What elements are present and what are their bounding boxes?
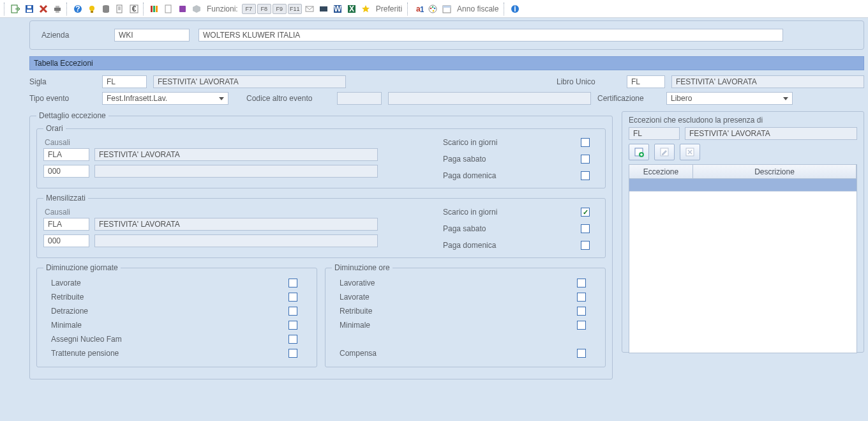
excel-icon[interactable]: X [345,3,358,15]
mens-code-2[interactable]: 000 [43,234,89,247]
mensilizzati-legend: Mensilizzati [43,194,88,203]
dimg-lavorate-check[interactable] [288,279,297,287]
ibm-icon[interactable] [317,3,330,15]
certificazione-label: Certificazione [597,94,660,103]
info-icon[interactable]: i [509,3,521,15]
edit-row-button[interactable] [654,144,675,160]
svg-rect-18 [153,6,155,12]
calendar-icon[interactable] [440,3,453,15]
esclusioni-table[interactable]: Eccezione Descrizione [629,164,857,353]
dimg-retribuite-check[interactable] [288,293,297,302]
add-row-button[interactable] [629,144,649,160]
company-box: Azienda WKI WOLTERS KLUWER ITALIA [29,20,864,50]
f11-key[interactable]: F11 [288,4,302,14]
dimg-trattenute-check[interactable] [288,349,297,358]
delete-icon[interactable] [37,3,50,15]
libro-unico-label: Libro Unico [557,77,620,86]
orari-sabato-check[interactable] [581,155,590,164]
euro-icon[interactable]: € [128,3,140,15]
tipo-evento-row: Tipo evento Fest.Infrasett.Lav. Codice a… [29,92,864,105]
database-icon[interactable] [100,3,112,15]
f8-key[interactable]: F8 [257,4,271,14]
help-icon[interactable]: ? [71,3,84,15]
preferiti-label[interactable]: Preferiti [373,4,405,13]
word-icon[interactable]: W [331,3,344,15]
page-icon[interactable] [162,3,175,15]
certificazione-combo[interactable]: Libero [666,92,793,105]
f9-key[interactable]: F9 [273,4,287,14]
esclusioni-code: FL [629,127,680,140]
tipo-evento-combo[interactable]: Fest.Infrasett.Lav. [102,92,228,105]
dimg-detrazione-check[interactable] [288,307,297,316]
mens-domenica-check[interactable] [581,241,590,250]
dimo-compensa-check[interactable] [577,349,586,358]
save-icon[interactable] [23,3,36,15]
codice-altro-field[interactable] [337,92,382,105]
delete-row-button[interactable] [680,144,700,160]
section-title: Tabella Eccezioni [29,56,864,70]
dimg-assegni-check[interactable] [288,335,297,344]
dimo-lavorate-check[interactable] [577,293,586,302]
esclusioni-title: Eccezioni che escludono la presenza di [629,116,857,125]
svg-rect-3 [27,6,31,8]
dimo-minimale-label: Minimale [332,321,370,330]
f7-key[interactable]: F7 [242,4,256,14]
svg-point-34 [433,10,435,11]
svg-point-33 [434,7,436,9]
orari-domenica-check[interactable] [581,171,590,180]
bulb-icon[interactable] [86,3,98,15]
star-icon[interactable] [359,3,372,15]
col-descrizione: Descrizione [693,165,857,178]
svg-point-31 [430,7,432,9]
esclusioni-desc: FESTIVITA' LAVORATA [685,127,857,140]
mens-desc-2 [94,234,378,247]
mens-code-1[interactable]: FLA [43,218,89,231]
orari-code-1[interactable]: FLA [43,148,89,161]
azienda-label: Azienda [41,31,105,40]
toolbar-separator [143,3,146,15]
svg-rect-17 [151,6,153,12]
azienda-code-field[interactable]: WKI [114,29,190,42]
esclusioni-box: Eccezioni che escludono la presenza di F… [622,111,864,353]
dim-ore-legend: Diminuzione ore [332,263,393,272]
mens-scarico-check[interactable] [581,208,590,217]
funzioni-label: Funzioni: [204,4,241,13]
books-icon[interactable] [148,3,161,15]
svg-text:X: X [349,4,354,13]
font-icon[interactable]: a1 [412,3,425,15]
anno-fiscale-label[interactable]: Anno fiscale [454,4,501,13]
book-icon[interactable] [176,3,189,15]
toolbar-separator [4,3,6,15]
dimo-lavorative-label: Lavorative [332,279,375,287]
svg-rect-4 [54,8,61,11]
libro-unico-field[interactable]: FL [627,75,665,88]
dimg-detrazione-label: Detrazione [43,307,88,316]
dimo-compensa-label: Compensa [332,349,377,358]
orari-scarico-check[interactable] [581,138,590,147]
azienda-name-field[interactable]: WOLTERS KLUWER ITALIA [198,29,783,42]
orari-code-2[interactable]: 000 [43,165,89,178]
dimg-minimale-check[interactable] [288,321,297,330]
table-row[interactable] [629,179,857,192]
dimo-lavorative-check[interactable] [577,279,586,287]
palette-icon[interactable] [426,3,439,15]
sigla-field[interactable]: FL [102,75,147,88]
svg-rect-5 [56,6,59,8]
orari-desc-2 [94,165,378,178]
print-icon[interactable] [51,3,64,15]
sigla-label: Sigla [29,77,96,86]
mail-icon[interactable] [303,3,316,15]
mensilizzati-group: Mensilizzati Causali FLA FESTIVITA' LAVO… [36,194,606,258]
dim-ore-group: Diminuzione ore Lavorative Lavorate Retr… [325,263,606,367]
dim-giornate-group: Diminuzione giornate Lavorate Retribuite… [36,263,317,367]
codice-altro-label: Codice altro evento [246,94,331,103]
dimo-retribuite-check[interactable] [577,307,586,316]
package-icon[interactable] [190,3,203,15]
toolbar-separator [407,3,410,15]
codice-altro-desc-field [388,92,591,105]
document-icon[interactable] [114,3,126,15]
mens-sabato-check[interactable] [581,224,590,233]
dimo-minimale-check[interactable] [577,321,586,330]
exit-icon[interactable] [9,3,22,15]
mens-scarico-label: Scarico in giorni [443,208,497,217]
